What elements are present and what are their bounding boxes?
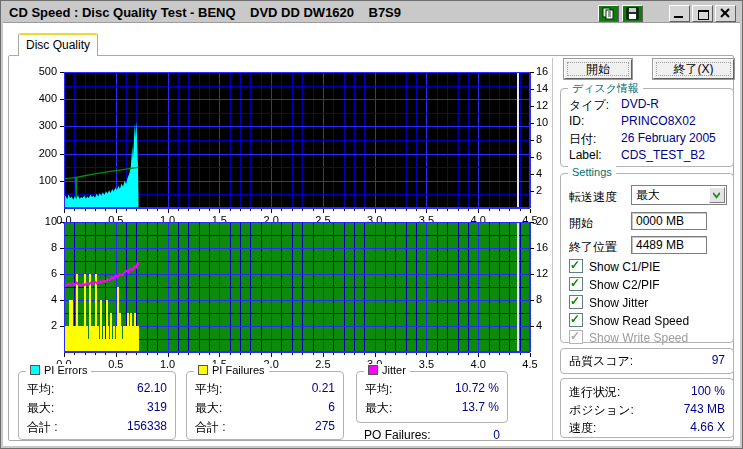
pi-errors-chart [24,66,560,228]
disc-info-value: CDS_TEST_B2 [621,148,725,162]
jitter-swatch-icon [368,365,378,375]
stat-label: 合計 : [27,419,58,436]
restore-icon [698,10,709,20]
pi-failures-legend: PI Failures [194,364,269,376]
chevron-down-icon [713,192,720,199]
stat-label: 平均: [365,381,392,398]
pi-failures-swatch-icon [198,365,208,375]
stat-value: 6 [328,400,335,417]
po-failures-label: PO Failures: [364,428,431,442]
tab-cover [19,54,97,56]
stat-value: 319 [147,400,167,417]
stat-value: 0.21 [312,381,335,398]
pi-failures-jitter-chart [24,216,560,374]
minimize-icon [674,16,683,18]
window-title: CD Speed : Disc Quality Test - BENQ DVD … [9,5,401,20]
checkbox-show-c2-pif[interactable]: Show C2/PIF [569,277,660,291]
pi-errors-swatch-icon [30,365,40,375]
stat-label: 最大: [365,400,392,417]
disc-info-label: Label: [569,148,621,162]
start-button[interactable]: 開始 [564,59,632,79]
close-icon [716,6,735,21]
stat-value: 62.10 [137,381,167,398]
save-floppy-icon [623,6,642,21]
disc-info-value: PRINCO8X02 [621,114,725,128]
pi-failures-stats-box: PI Failures 平均:0.21 最大:6 合計 :275 [186,371,344,440]
end-pos-field[interactable]: 4489 MB [631,236,707,254]
disc-info-box: ディスク情報 タイプ:DVD-R ID:PRINCO8X02 日付:26 Feb… [560,88,734,167]
speed-select[interactable]: 最大 [631,185,727,205]
stat-label: 最大: [27,400,54,417]
speed-selected-value: 最大 [636,187,660,204]
settings-title: Settings [568,166,616,178]
restore-button[interactable] [692,5,713,22]
quality-score-value: 97 [712,353,725,370]
checkbox-show-c1-pie[interactable]: Show C1/PIE [569,259,660,273]
stat-value: 13.7 % [462,400,499,417]
close-button[interactable] [715,5,736,22]
position-value: 743 MB [684,402,725,419]
checkbox-checked-disabled-icon [569,330,583,344]
minimize-button[interactable] [669,5,690,22]
start-pos-field[interactable]: 0000 MB [631,212,707,230]
end-pos-label: 終了位置 [569,239,617,256]
po-failures-row: PO Failures: 0 [364,428,500,442]
checkbox-checked-icon [569,295,583,309]
start-pos-label: 開始 [569,215,593,232]
position-label: ポジション: [569,402,634,419]
stat-value: 275 [315,419,335,436]
speed-value: 4.66 X [690,420,725,437]
pi-errors-stats-box: PI Errors 平均:62.10 最大:319 合計 :156338 [18,371,176,440]
speed-label: 転送速度 [569,189,617,206]
tab-disc-quality[interactable]: Disc Quality [18,33,98,56]
progress-label: 進行状況: [569,384,620,401]
disc-info-value: 26 February 2005 [621,131,725,148]
settings-box: Settings 転送速度 最大 開始 0000 MB 終了位置 4489 MB… [560,173,734,343]
jitter-legend: Jitter [364,364,410,376]
stat-label: 平均: [195,381,222,398]
stat-value: 10.72 % [455,381,499,398]
progress-value: 100 % [691,384,725,401]
save-button[interactable] [622,5,643,22]
checkbox-show-read-speed[interactable]: Show Read Speed [569,313,689,327]
quality-score-label: 品質スコア: [569,353,633,370]
stat-value: 156338 [127,419,167,436]
copy-icon [599,6,618,21]
disc-info-label: ID: [569,114,621,128]
checkbox-checked-icon [569,277,583,291]
combo-dropdown-button[interactable] [709,187,725,203]
speed-value-label: 速度: [569,420,596,437]
checkbox-checked-icon [569,259,583,273]
titlebar: CD Speed : Disc Quality Test - BENQ DVD … [3,3,740,23]
disc-info-label: タイプ: [569,97,621,114]
copy-to-clipboard-button[interactable] [598,5,619,22]
checkbox-show-write-speed: Show Write Speed [569,330,688,344]
po-failures-value: 0 [493,428,500,442]
stat-label: 最大: [195,400,222,417]
app-window: CD Speed : Disc Quality Test - BENQ DVD … [0,0,743,449]
exit-button[interactable]: 終了(X) [653,59,734,79]
jitter-stats-box: Jitter 平均:10.72 % 最大:13.7 % [356,371,508,423]
pi-errors-legend: PI Errors [26,364,91,376]
checkbox-show-jitter[interactable]: Show Jitter [569,295,648,309]
disc-info-title: ディスク情報 [568,81,643,96]
checkbox-checked-icon [569,313,583,327]
panel-separator [552,58,553,440]
progress-box: 進行状況:100 % ポジション:743 MB 速度:4.66 X [560,378,734,438]
disc-info-value: DVD-R [621,97,725,114]
stat-label: 平均: [27,381,54,398]
disc-info-label: 日付: [569,131,621,148]
stat-label: 合計 : [195,419,226,436]
quality-score-box: 品質スコア:97 [560,348,734,374]
